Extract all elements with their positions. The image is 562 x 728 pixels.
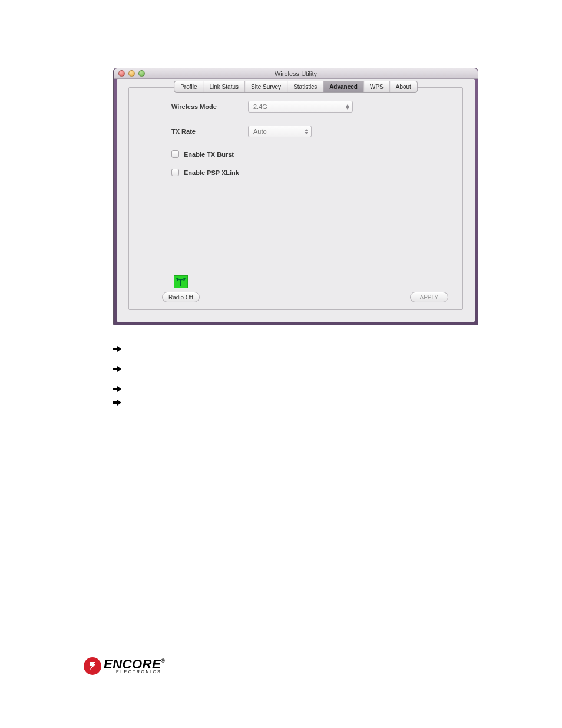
wireless-mode-value: 2.4G bbox=[253, 103, 267, 110]
bullet-3 bbox=[113, 383, 449, 395]
radio-stack: Radio Off bbox=[162, 275, 200, 302]
tx-rate-value: Auto bbox=[253, 128, 267, 135]
enable-tx-burst-label: Enable TX Burst bbox=[184, 151, 234, 158]
wireless-mode-select[interactable]: 2.4G bbox=[248, 101, 353, 113]
window-title: Wireless Utility bbox=[114, 70, 478, 77]
bullet-4 bbox=[113, 397, 449, 409]
advanced-panel: Profile Link Status Site Survey Statisti… bbox=[128, 87, 463, 310]
wireless-mode-label: Wireless Mode bbox=[171, 103, 248, 110]
apply-button[interactable]: APPLY bbox=[410, 292, 449, 302]
tab-profile[interactable]: Profile bbox=[174, 81, 203, 92]
bottom-row: Radio Off APPLY bbox=[162, 275, 448, 302]
tab-wps[interactable]: WPS bbox=[363, 81, 389, 92]
enable-psp-xlink-label: Enable PSP XLink bbox=[184, 169, 239, 176]
logo-brand: ENCORE bbox=[104, 657, 161, 671]
wireless-mode-row: Wireless Mode 2.4G bbox=[171, 101, 449, 113]
encore-logo-icon bbox=[84, 657, 101, 675]
titlebar: Wireless Utility bbox=[114, 68, 478, 79]
enable-tx-burst-checkbox[interactable] bbox=[171, 150, 179, 158]
tab-bar: Profile Link Status Site Survey Statisti… bbox=[174, 81, 418, 93]
tx-rate-select[interactable]: Auto bbox=[248, 126, 312, 137]
tab-advanced[interactable]: Advanced bbox=[323, 81, 363, 92]
tx-rate-row: TX Rate Auto bbox=[171, 126, 449, 137]
bullet-list bbox=[113, 343, 449, 409]
window-body: Profile Link Status Site Survey Statisti… bbox=[117, 79, 475, 322]
tab-site-survey[interactable]: Site Survey bbox=[244, 81, 287, 92]
bullet-2 bbox=[113, 363, 449, 375]
encore-logo: ENCORE® ELECTRONICS bbox=[84, 654, 184, 678]
bullet-1 bbox=[113, 343, 449, 355]
wireless-utility-window: Wireless Utility Profile Link Status Sit… bbox=[113, 68, 478, 325]
stepper-icon bbox=[343, 102, 351, 111]
tx-rate-label: TX Rate bbox=[171, 128, 248, 135]
radio-signal-icon bbox=[174, 275, 188, 288]
tab-statistics[interactable]: Statistics bbox=[287, 81, 323, 92]
enable-psp-xlink-row: Enable PSP XLink bbox=[171, 169, 449, 176]
enable-psp-xlink-checkbox[interactable] bbox=[171, 169, 179, 176]
tab-link-status[interactable]: Link Status bbox=[203, 81, 244, 92]
enable-tx-burst-row: Enable TX Burst bbox=[171, 150, 449, 158]
footer-divider bbox=[77, 645, 491, 645]
tab-about[interactable]: About bbox=[389, 81, 417, 92]
stepper-icon bbox=[302, 127, 310, 136]
radio-off-button[interactable]: Radio Off bbox=[162, 292, 200, 302]
